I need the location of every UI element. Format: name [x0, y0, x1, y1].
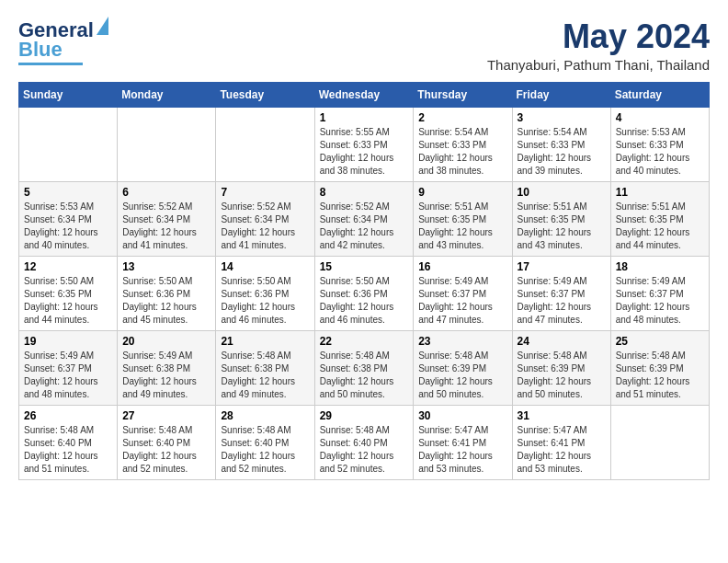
calendar-cell-1-5: 10Sunrise: 5:51 AM Sunset: 6:35 PM Dayli…	[512, 181, 610, 256]
calendar-cell-3-4: 23Sunrise: 5:48 AM Sunset: 6:39 PM Dayli…	[414, 330, 512, 405]
day-info: Sunrise: 5:48 AM Sunset: 6:38 PM Dayligh…	[320, 350, 409, 401]
calendar-cell-2-3: 15Sunrise: 5:50 AM Sunset: 6:36 PM Dayli…	[314, 256, 414, 330]
day-info: Sunrise: 5:47 AM Sunset: 6:41 PM Dayligh…	[418, 424, 506, 476]
calendar-cell-2-0: 12Sunrise: 5:50 AM Sunset: 6:35 PM Dayli…	[19, 256, 118, 330]
calendar-cell-2-4: 16Sunrise: 5:49 AM Sunset: 6:37 PM Dayli…	[414, 256, 512, 330]
calendar-cell-3-0: 19Sunrise: 5:49 AM Sunset: 6:37 PM Dayli…	[19, 330, 118, 405]
calendar-cell-3-3: 22Sunrise: 5:48 AM Sunset: 6:38 PM Dayli…	[314, 330, 414, 405]
day-info: Sunrise: 5:47 AM Sunset: 6:41 PM Dayligh…	[518, 424, 606, 476]
day-number: 7	[221, 186, 309, 199]
day-number: 4	[616, 111, 704, 124]
calendar-cell-1-0: 5Sunrise: 5:53 AM Sunset: 6:34 PM Daylig…	[19, 181, 118, 256]
calendar-cell-1-3: 8Sunrise: 5:52 AM Sunset: 6:34 PM Daylig…	[314, 181, 414, 256]
calendar-cell-0-0	[19, 107, 118, 181]
day-info: Sunrise: 5:53 AM Sunset: 6:34 PM Dayligh…	[24, 201, 112, 252]
day-number: 21	[221, 335, 309, 348]
page-title: May 2024	[487, 18, 710, 55]
logo-triangle-icon	[97, 17, 108, 35]
day-info: Sunrise: 5:48 AM Sunset: 6:40 PM Dayligh…	[221, 424, 309, 476]
day-info: Sunrise: 5:53 AM Sunset: 6:33 PM Dayligh…	[616, 126, 704, 178]
day-number: 14	[221, 260, 309, 273]
day-number: 29	[320, 409, 409, 422]
calendar-week-3: 12Sunrise: 5:50 AM Sunset: 6:35 PM Dayli…	[19, 256, 710, 330]
calendar-week-5: 26Sunrise: 5:48 AM Sunset: 6:40 PM Dayli…	[19, 405, 710, 479]
calendar-cell-4-1: 27Sunrise: 5:48 AM Sunset: 6:40 PM Dayli…	[118, 405, 216, 479]
day-info: Sunrise: 5:50 AM Sunset: 6:36 PM Dayligh…	[122, 275, 210, 327]
day-number: 3	[518, 111, 606, 124]
calendar-cell-2-2: 14Sunrise: 5:50 AM Sunset: 6:36 PM Dayli…	[216, 256, 314, 330]
day-number: 8	[320, 186, 409, 199]
calendar-cell-2-6: 18Sunrise: 5:49 AM Sunset: 6:37 PM Dayli…	[610, 256, 709, 330]
calendar-cell-0-6: 4Sunrise: 5:53 AM Sunset: 6:33 PM Daylig…	[610, 107, 709, 181]
calendar-cell-0-3: 1Sunrise: 5:55 AM Sunset: 6:33 PM Daylig…	[314, 107, 414, 181]
calendar-cell-4-6	[610, 405, 709, 479]
col-sunday: Sunday	[19, 82, 118, 107]
logo-underline	[18, 63, 83, 65]
day-number: 10	[518, 186, 606, 199]
col-saturday: Saturday	[610, 82, 709, 107]
calendar-cell-0-2	[216, 107, 314, 181]
calendar-cell-4-4: 30Sunrise: 5:47 AM Sunset: 6:41 PM Dayli…	[414, 405, 512, 479]
day-info: Sunrise: 5:48 AM Sunset: 6:38 PM Dayligh…	[221, 350, 309, 401]
calendar-cell-0-5: 3Sunrise: 5:54 AM Sunset: 6:33 PM Daylig…	[512, 107, 610, 181]
day-number: 20	[122, 335, 210, 348]
day-info: Sunrise: 5:50 AM Sunset: 6:36 PM Dayligh…	[221, 275, 309, 327]
day-number: 6	[122, 186, 210, 199]
calendar-week-1: 1Sunrise: 5:55 AM Sunset: 6:33 PM Daylig…	[19, 107, 710, 181]
col-monday: Monday	[118, 82, 216, 107]
day-number: 31	[518, 409, 606, 422]
day-number: 27	[122, 409, 210, 422]
page-header: General Blue May 2024 Thanyaburi, Pathum…	[18, 18, 710, 73]
col-thursday: Thursday	[414, 82, 512, 107]
calendar-cell-3-6: 25Sunrise: 5:48 AM Sunset: 6:39 PM Dayli…	[610, 330, 709, 405]
day-info: Sunrise: 5:50 AM Sunset: 6:35 PM Dayligh…	[24, 275, 112, 327]
day-info: Sunrise: 5:52 AM Sunset: 6:34 PM Dayligh…	[122, 201, 210, 252]
day-number: 16	[418, 260, 506, 273]
calendar-week-4: 19Sunrise: 5:49 AM Sunset: 6:37 PM Dayli…	[19, 330, 710, 405]
day-number: 19	[24, 335, 112, 348]
day-info: Sunrise: 5:49 AM Sunset: 6:37 PM Dayligh…	[24, 350, 112, 401]
day-info: Sunrise: 5:54 AM Sunset: 6:33 PM Dayligh…	[418, 126, 506, 178]
calendar-cell-1-6: 11Sunrise: 5:51 AM Sunset: 6:35 PM Dayli…	[610, 181, 709, 256]
day-info: Sunrise: 5:48 AM Sunset: 6:39 PM Dayligh…	[418, 350, 506, 401]
calendar-cell-1-1: 6Sunrise: 5:52 AM Sunset: 6:34 PM Daylig…	[118, 181, 216, 256]
calendar-cell-1-2: 7Sunrise: 5:52 AM Sunset: 6:34 PM Daylig…	[216, 181, 314, 256]
page-subtitle: Thanyaburi, Pathum Thani, Thailand	[487, 57, 710, 73]
day-info: Sunrise: 5:54 AM Sunset: 6:33 PM Dayligh…	[518, 126, 606, 178]
calendar-cell-4-2: 28Sunrise: 5:48 AM Sunset: 6:40 PM Dayli…	[216, 405, 314, 479]
day-info: Sunrise: 5:50 AM Sunset: 6:36 PM Dayligh…	[320, 275, 409, 327]
day-number: 1	[320, 111, 409, 124]
day-info: Sunrise: 5:49 AM Sunset: 6:37 PM Dayligh…	[616, 275, 704, 327]
day-info: Sunrise: 5:51 AM Sunset: 6:35 PM Dayligh…	[418, 201, 506, 252]
day-info: Sunrise: 5:48 AM Sunset: 6:40 PM Dayligh…	[122, 424, 210, 476]
logo-text-blue: Blue	[18, 40, 63, 60]
day-info: Sunrise: 5:48 AM Sunset: 6:39 PM Dayligh…	[518, 350, 606, 401]
col-wednesday: Wednesday	[314, 82, 414, 107]
title-section: May 2024 Thanyaburi, Pathum Thani, Thail…	[487, 18, 710, 73]
calendar-cell-4-5: 31Sunrise: 5:47 AM Sunset: 6:41 PM Dayli…	[512, 405, 610, 479]
day-number: 5	[24, 186, 112, 199]
day-number: 9	[418, 186, 506, 199]
col-friday: Friday	[512, 82, 610, 107]
day-number: 11	[616, 186, 704, 199]
calendar-cell-2-1: 13Sunrise: 5:50 AM Sunset: 6:36 PM Dayli…	[118, 256, 216, 330]
calendar-cell-0-4: 2Sunrise: 5:54 AM Sunset: 6:33 PM Daylig…	[414, 107, 512, 181]
calendar-table: Sunday Monday Tuesday Wednesday Thursday…	[18, 82, 710, 480]
day-info: Sunrise: 5:49 AM Sunset: 6:38 PM Dayligh…	[122, 350, 210, 401]
calendar-cell-4-3: 29Sunrise: 5:48 AM Sunset: 6:40 PM Dayli…	[314, 405, 414, 479]
logo: General Blue	[18, 18, 108, 65]
day-info: Sunrise: 5:51 AM Sunset: 6:35 PM Dayligh…	[518, 201, 606, 252]
day-info: Sunrise: 5:51 AM Sunset: 6:35 PM Dayligh…	[616, 201, 704, 252]
day-number: 23	[418, 335, 506, 348]
col-tuesday: Tuesday	[216, 82, 314, 107]
calendar-cell-1-4: 9Sunrise: 5:51 AM Sunset: 6:35 PM Daylig…	[414, 181, 512, 256]
day-number: 26	[24, 409, 112, 422]
day-number: 13	[122, 260, 210, 273]
calendar-header-row: Sunday Monday Tuesday Wednesday Thursday…	[19, 82, 710, 107]
calendar-cell-3-2: 21Sunrise: 5:48 AM Sunset: 6:38 PM Dayli…	[216, 330, 314, 405]
day-number: 28	[221, 409, 309, 422]
calendar-cell-2-5: 17Sunrise: 5:49 AM Sunset: 6:37 PM Dayli…	[512, 256, 610, 330]
day-info: Sunrise: 5:49 AM Sunset: 6:37 PM Dayligh…	[518, 275, 606, 327]
day-info: Sunrise: 5:55 AM Sunset: 6:33 PM Dayligh…	[320, 126, 409, 178]
day-number: 24	[518, 335, 606, 348]
